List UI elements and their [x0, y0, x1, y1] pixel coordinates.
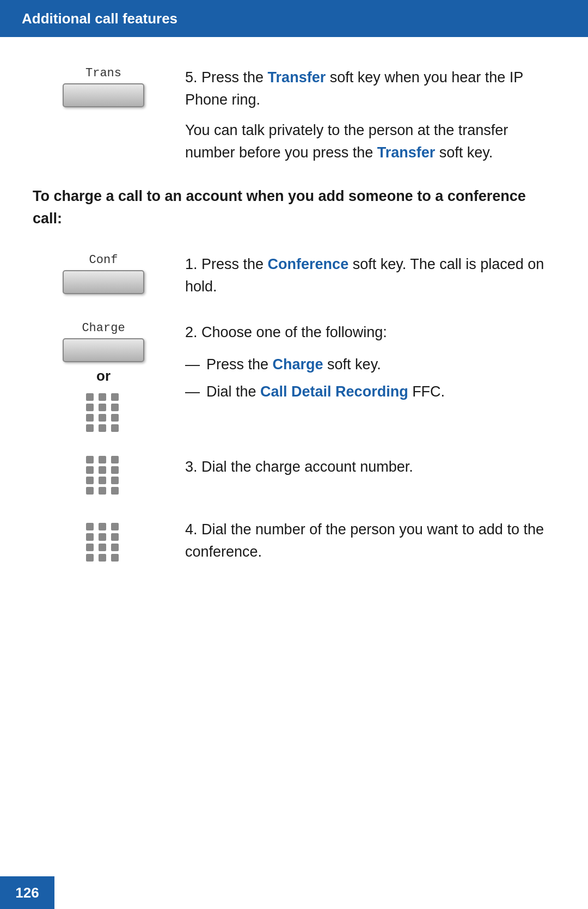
keypad-dot [99, 393, 106, 401]
keypad-dot [111, 404, 119, 411]
keypad-step4 [86, 523, 121, 562]
keypad-dot [99, 466, 106, 474]
keypad-dot [111, 466, 119, 474]
page-number: 126 [15, 884, 39, 901]
section-heading: To charge a call to an account when you … [33, 185, 555, 229]
keypad-dot [111, 414, 119, 422]
step2-sub2: — Dial the Call Detail Recording FFC. [185, 381, 555, 403]
step5-left: Trans [33, 64, 174, 107]
keypad-dot [99, 404, 106, 411]
step3-section: 3. Dial the charge account number. [33, 454, 555, 495]
step5-section: Trans 5. Press the Transfer soft key whe… [33, 64, 555, 163]
step2-sub1: — Press the Charge soft key. [185, 353, 555, 376]
step4-right: 4. Dial the number of the person you wan… [174, 516, 555, 563]
keypad-dot [99, 533, 106, 541]
keypad-dot [111, 487, 119, 495]
cdr-link: Call Detail Recording [260, 383, 408, 400]
keypad-dot [86, 393, 94, 401]
step4-text: 4. Dial the number of the person you wan… [185, 518, 555, 563]
step1-number: 1. [185, 256, 198, 272]
step1-section: Conf 1. Press the Conference soft key. T… [33, 251, 555, 297]
page-number-box: 126 [0, 876, 54, 909]
transfer-link-2: Transfer [377, 144, 436, 161]
keypad-dot [86, 466, 94, 474]
trans-key-label: Trans [85, 66, 121, 80]
keypad-dot [111, 554, 119, 562]
keypad-dot [111, 523, 119, 530]
keypad-dot [86, 487, 94, 495]
transfer-link-1: Transfer [268, 69, 326, 86]
step4-section: 4. Dial the number of the person you wan… [33, 516, 555, 563]
keypad-dot [86, 404, 94, 411]
step1-right: 1. Press the Conference soft key. The ca… [174, 251, 555, 297]
conf-soft-key-button[interactable] [63, 270, 144, 294]
step3-text: 3. Dial the charge account number. [185, 456, 555, 478]
keypad-dot [86, 414, 94, 422]
step2-text: 2. Choose one of the following: [185, 321, 555, 344]
keypad-dot [99, 424, 106, 432]
keypad-dot [86, 424, 94, 432]
step1-text: 1. Press the Conference soft key. The ca… [185, 253, 555, 297]
step1-left: Conf [33, 251, 174, 294]
keypad-dot [111, 456, 119, 463]
step2-number: 2. [185, 324, 198, 340]
trans-soft-key-button[interactable] [63, 83, 144, 107]
keypad-dot [86, 544, 94, 551]
keypad-dot [86, 533, 94, 541]
keypad-dot [99, 554, 106, 562]
step2-left: Charge or [33, 319, 174, 432]
keypad-dot [86, 477, 94, 484]
keypad-dot [99, 477, 106, 484]
charge-key-label: Charge [82, 321, 125, 335]
keypad-or-grid [86, 393, 121, 432]
keypad-dot [111, 393, 119, 401]
header-bar: Additional call features [0, 0, 588, 37]
keypad-dot [99, 414, 106, 422]
step4-number: 4. [185, 521, 198, 538]
step3-right: 3. Dial the charge account number. [174, 454, 555, 478]
step5-right: 5. Press the Transfer soft key when you … [174, 64, 555, 163]
step3-number: 3. [185, 459, 198, 475]
keypad-dot [111, 544, 119, 551]
keypad-dot [86, 523, 94, 530]
or-label: or [96, 368, 111, 385]
step4-left [33, 516, 174, 562]
keypad-dot [99, 456, 106, 463]
page-content: Trans 5. Press the Transfer soft key whe… [0, 37, 588, 650]
header-title: Additional call features [22, 10, 177, 27]
keypad-dot [86, 456, 94, 463]
keypad-dot [99, 487, 106, 495]
keypad-dot [111, 533, 119, 541]
step3-left [33, 454, 174, 495]
keypad-dot [111, 424, 119, 432]
step5-text: 5. Press the Transfer soft key when you … [185, 66, 555, 111]
charge-link: Charge [273, 356, 323, 373]
keypad-step3 [86, 456, 121, 495]
charge-soft-key-button[interactable] [63, 338, 144, 362]
conf-key-label: Conf [89, 253, 118, 267]
step2-right: 2. Choose one of the following: — Press … [174, 319, 555, 408]
keypad-dot [99, 523, 106, 530]
step5-para2: You can talk privately to the person at … [185, 119, 555, 163]
step5-number: 5. [185, 69, 198, 86]
step2-section: Charge or 2. Choose one o [33, 319, 555, 432]
keypad-dot [111, 477, 119, 484]
keypad-dot [86, 554, 94, 562]
keypad-dot [99, 544, 106, 551]
conference-link: Conference [268, 256, 349, 272]
step2-sub-items: — Press the Charge soft key. — Dial the … [185, 353, 555, 403]
